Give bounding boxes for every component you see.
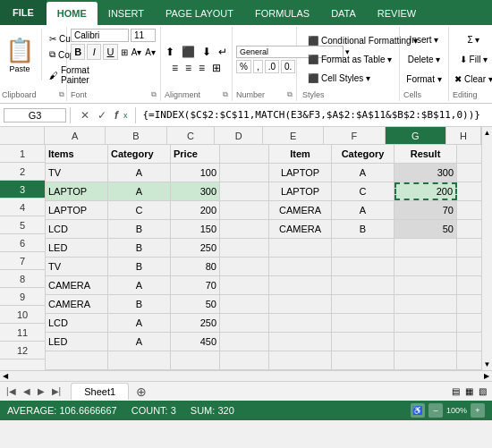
insert-cells-button[interactable]: Insert ▾ [404,31,445,49]
cell-C6[interactable]: 250 [171,239,220,257]
alignment-expand[interactable]: ⧉ [223,90,228,99]
row-header-6[interactable]: 6 [0,234,45,252]
cell-H6[interactable] [457,239,481,257]
border-button[interactable]: ⊞ [120,46,129,58]
scroll-right-button[interactable]: ▶ [481,372,492,380]
cell-C11[interactable]: 450 [171,333,220,351]
cell-E2[interactable]: LAPTOP [269,164,332,182]
cell-D3[interactable] [220,182,269,200]
cell-C3[interactable]: 300 [171,182,220,200]
cell-F12[interactable] [332,351,394,369]
col-header-E[interactable]: E [263,127,324,144]
cell-F2[interactable]: A [332,164,394,182]
col-header-H[interactable]: H [446,127,481,144]
accessibility-icon[interactable]: ♿ [411,403,425,418]
page-break-view-button[interactable]: ▧ [477,385,488,398]
cell-A5[interactable]: LCD [46,220,108,238]
page-layout-view-button[interactable]: ▦ [463,385,475,398]
cell-F8[interactable] [332,276,394,294]
cell-F10[interactable] [332,314,394,332]
decrease-decimal-button[interactable]: 0. [281,60,295,73]
cell-D1[interactable] [220,145,269,163]
cell-C1[interactable]: Price [171,145,220,163]
row-header-3[interactable]: 3 [0,181,45,199]
number-expand[interactable]: ⧉ [287,90,293,99]
font-expand[interactable]: ⧉ [151,90,157,99]
row-header-10[interactable]: 10 [0,306,45,324]
cell-G5[interactable]: 50 ⊞ (Ctrl) [394,220,457,238]
cell-E11[interactable] [269,333,332,351]
cell-B9[interactable]: B [108,295,171,313]
cell-G1[interactable]: Result [394,145,457,163]
wrap-text-button[interactable]: ↵ [216,45,230,59]
cell-F4[interactable]: A [332,201,394,219]
zoom-in-icon[interactable]: + [471,403,485,418]
zoom-icon[interactable]: – [428,403,443,418]
scroll-down-button[interactable]: ▼ [482,359,492,370]
cell-A11[interactable]: LED [46,333,108,351]
clear-button[interactable]: ✖ Clear ▾ [449,71,492,89]
align-top-button[interactable]: ⬆ [163,45,177,59]
cell-B4[interactable]: C [108,201,171,219]
cell-A12[interactable] [46,351,108,369]
cell-C5[interactable]: 150 [171,220,220,238]
cell-E12[interactable] [269,351,332,369]
cell-D9[interactable] [220,295,269,313]
align-bottom-button[interactable]: ⬇ [199,45,214,59]
format-cells-button[interactable]: Format ▾ [401,71,446,89]
autosum-button[interactable]: Σ ▾ [462,31,486,49]
tab-review[interactable]: REVIEW [367,2,427,25]
tab-home[interactable]: HOME [47,2,98,25]
cell-D4[interactable] [220,201,269,219]
italic-button[interactable]: I [87,44,101,60]
cell-C8[interactable]: 70 [171,276,220,294]
cell-H10[interactable] [457,314,481,332]
col-header-G[interactable]: G [386,127,446,144]
cell-C2[interactable]: 100 [171,164,220,182]
cell-C9[interactable]: 50 [171,295,220,313]
clipboard-expand[interactable]: ⧉ [59,90,64,99]
bold-button[interactable]: B [71,44,85,60]
cell-A3[interactable]: LAPTOP [46,182,108,200]
format-as-table-button[interactable]: ⬛ Format as Table ▾ [302,51,394,68]
cell-B11[interactable]: A [108,333,171,351]
cell-B12[interactable] [108,351,171,369]
cell-C4[interactable]: 200 [171,201,220,219]
cell-G7[interactable] [394,258,457,275]
tab-insert[interactable]: INSERT [98,2,155,25]
font-size-input[interactable] [131,29,156,42]
row-header-7[interactable]: 7 [0,252,45,270]
cell-D5[interactable] [220,220,269,238]
cell-H12[interactable] [457,351,481,369]
row-header-11[interactable]: 11 [0,324,45,342]
cell-A7[interactable]: TV [46,258,108,275]
cell-H2[interactable] [457,164,481,182]
cell-H1[interactable] [457,145,481,163]
row-header-1[interactable]: 1 [0,145,45,163]
cell-B8[interactable]: A [108,276,171,294]
tab-data[interactable]: DATA [320,2,367,25]
cell-E4[interactable]: CAMERA [269,201,332,219]
cell-B2[interactable]: A [108,164,171,182]
cell-H5[interactable] [457,220,481,238]
cell-A1[interactable]: Items [46,145,108,163]
increase-decimal-button[interactable]: .0 [265,60,279,73]
cell-A6[interactable]: LED [46,239,108,257]
tab-formulas[interactable]: FORMULAS [244,2,320,25]
cell-D12[interactable] [220,351,269,369]
cell-G6[interactable] [394,239,457,257]
align-middle-button[interactable]: ⬛ [179,45,198,59]
sheet-nav-last[interactable]: ▶| [49,385,64,397]
formula-input[interactable]: {=INDEX($C$2:$C$11,MATCH(E3&F3,$A$2:$A$1… [140,108,489,122]
align-left-button[interactable]: ≡ [169,61,181,75]
add-sheet-button[interactable]: ⊕ [129,383,154,401]
tab-page-layout[interactable]: PAGE LAYOUT [155,2,244,25]
cell-G11[interactable] [394,333,457,351]
cell-B5[interactable]: B [108,220,171,238]
normal-view-button[interactable]: ▤ [450,385,462,398]
delete-cells-button[interactable]: Delete ▾ [403,51,446,69]
cell-D8[interactable] [220,276,269,294]
sheet-nav-prev[interactable]: ◀ [21,385,33,397]
percent-button[interactable]: % [236,60,251,73]
cell-A8[interactable]: CAMERA [46,276,108,294]
